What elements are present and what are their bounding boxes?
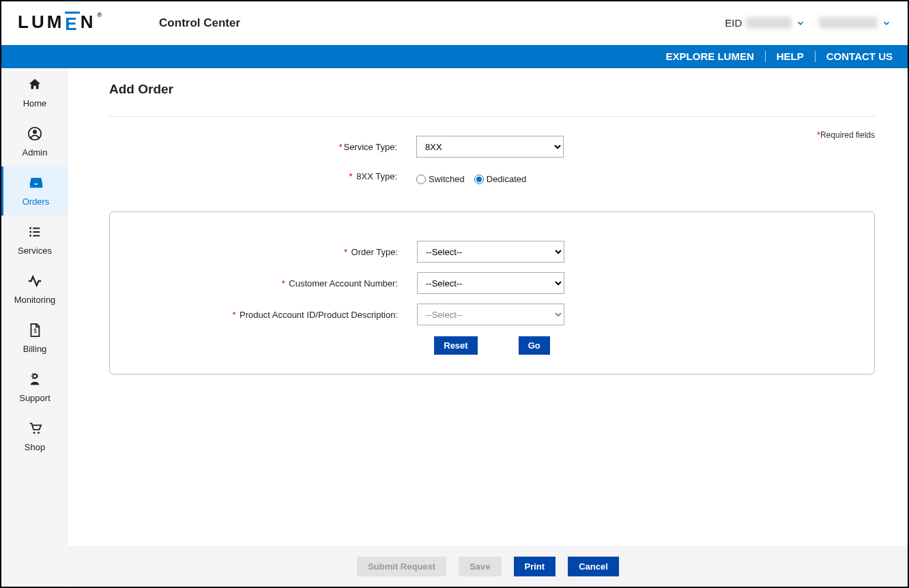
- gear-person-icon: [27, 372, 42, 390]
- sidebar-item-label: Services: [18, 246, 52, 256]
- order-type-label: * Order Type:: [110, 247, 417, 257]
- invoice-icon: $: [27, 323, 42, 341]
- cancel-button[interactable]: Cancel: [568, 557, 619, 576]
- brand-logo: LUMEN®: [18, 12, 104, 35]
- chevron-down-icon: [796, 18, 805, 28]
- svg-rect-5: [33, 231, 40, 233]
- user-dropdown[interactable]: markuasten: [819, 17, 891, 29]
- radio-dedicated[interactable]: Dedicated: [474, 174, 527, 184]
- page-title: Add Order: [109, 82, 875, 97]
- list-icon: [27, 224, 42, 243]
- sidebar-item-admin[interactable]: Admin: [1, 117, 68, 166]
- sidebar-item-billing[interactable]: $ Billing: [1, 314, 68, 363]
- sidebar-item-shop[interactable]: Shop: [1, 412, 68, 461]
- order-type-select[interactable]: --Select--: [417, 241, 564, 263]
- eid-label: EID: [725, 17, 742, 29]
- sidebar-item-support[interactable]: Support: [1, 363, 68, 412]
- svg-point-11: [38, 432, 40, 434]
- sidebar: Home Admin Orders Services Monitoring $ …: [1, 68, 68, 587]
- save-button[interactable]: Save: [459, 557, 501, 576]
- home-icon: [27, 77, 42, 95]
- order-details-box: * Order Type: --Select-- * Customer Acco…: [109, 211, 875, 374]
- reset-button[interactable]: Reset: [434, 336, 477, 355]
- prod-acct-select[interactable]: --Select--: [417, 304, 564, 325]
- service-type-label: *Service Type:: [109, 142, 416, 152]
- svg-point-1: [33, 130, 37, 134]
- radio-switched[interactable]: Switched: [416, 174, 465, 184]
- user-icon: [27, 126, 42, 145]
- sidebar-item-label: Admin: [23, 147, 48, 158]
- submit-request-button[interactable]: Submit Request: [357, 557, 446, 576]
- svg-point-4: [29, 231, 31, 233]
- sidebar-item-home[interactable]: Home: [1, 68, 68, 117]
- top-nav-bar: EXPLORE LUMEN HELP CONTACT US: [1, 45, 908, 68]
- top-bar: LUMEN® Control Center EID 0053403 markua…: [1, 1, 908, 45]
- sidebar-item-monitoring[interactable]: Monitoring: [1, 265, 68, 314]
- nav-explore[interactable]: EXPLORE LUMEN: [655, 51, 766, 62]
- inbox-icon: [29, 175, 44, 194]
- service-type-select[interactable]: 8XX: [416, 136, 564, 158]
- sidebar-item-label: Shop: [25, 442, 45, 452]
- sidebar-item-label: Billing: [23, 344, 47, 354]
- sidebar-item-label: Orders: [23, 196, 50, 207]
- nav-contact[interactable]: CONTACT US: [816, 51, 893, 62]
- 8xx-type-label: * 8XX Type:: [109, 171, 416, 181]
- eid-value: 0053403: [746, 17, 791, 29]
- go-button[interactable]: Go: [519, 336, 550, 355]
- prod-acct-label: * Product Account ID/Product Description…: [110, 310, 417, 320]
- chevron-down-icon: [882, 18, 891, 28]
- sidebar-item-label: Monitoring: [14, 295, 56, 305]
- sidebar-item-label: Home: [23, 98, 47, 108]
- nav-help[interactable]: HELP: [766, 51, 816, 62]
- sidebar-item-orders[interactable]: Orders: [1, 166, 68, 216]
- svg-rect-7: [33, 235, 40, 237]
- svg-point-9: [33, 374, 37, 379]
- sidebar-item-label: Support: [19, 393, 50, 403]
- svg-rect-3: [33, 228, 40, 229]
- svg-point-10: [33, 432, 35, 434]
- cart-icon: [27, 421, 42, 439]
- eid-dropdown[interactable]: EID 0053403: [725, 17, 805, 29]
- main-content: Add Order *Required fields *Service Type…: [68, 68, 908, 587]
- username: markuasten: [819, 17, 878, 29]
- svg-point-2: [29, 227, 31, 229]
- svg-point-6: [29, 235, 31, 237]
- activity-icon: [27, 274, 42, 292]
- cust-acct-label: * Customer Account Number:: [110, 278, 417, 289]
- print-button[interactable]: Print: [514, 557, 556, 576]
- app-title: Control Center: [159, 16, 240, 30]
- svg-text:$: $: [33, 328, 37, 334]
- cust-acct-select[interactable]: --Select--: [417, 272, 564, 294]
- footer-actions: Submit Request Save Print Cancel: [68, 546, 908, 587]
- sidebar-item-services[interactable]: Services: [1, 216, 68, 265]
